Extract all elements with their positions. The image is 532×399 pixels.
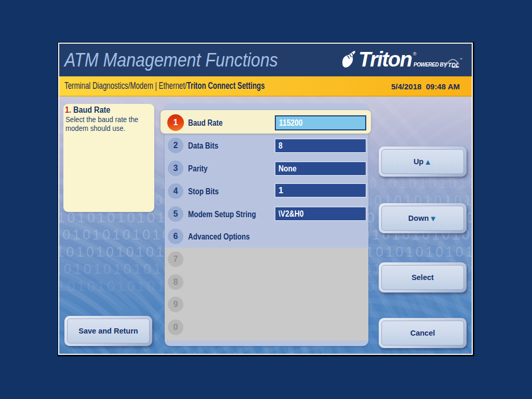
svg-text:POWERED BY: POWERED BY [414,62,447,68]
svg-text:Triton: Triton [358,49,413,71]
svg-text:®: ® [413,51,417,57]
svg-text:™: ™ [459,58,462,61]
